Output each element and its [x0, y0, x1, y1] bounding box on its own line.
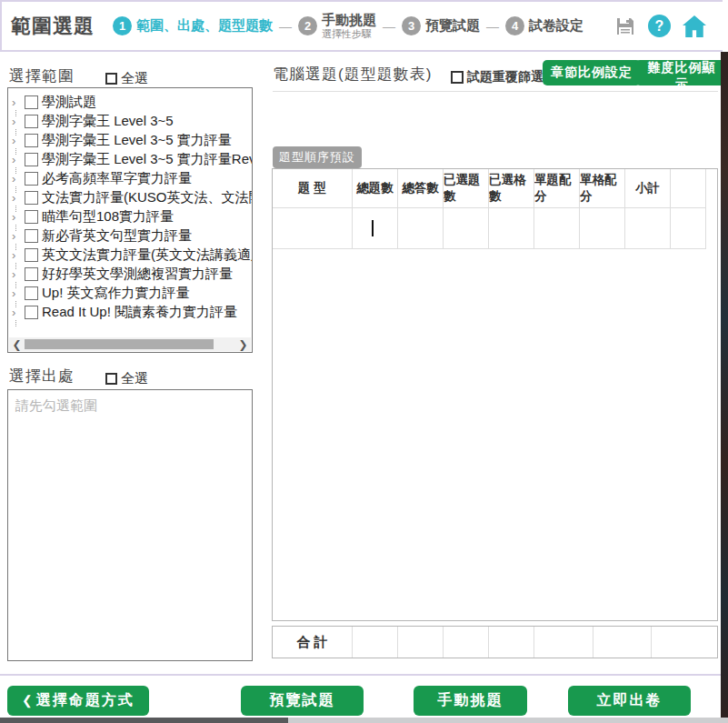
- chevron-right-icon[interactable]: ›: [12, 211, 23, 223]
- exam-builder-page: 範圍選題 1 範圍、出處、題型題數 — 2 手動挑題 選擇性步驟 — 3 預覽試…: [0, 0, 728, 723]
- chevron-right-icon[interactable]: ›: [12, 192, 23, 204]
- table-header-row: 題 型 總題數 總答數 已選題數 已選格數 單題配分 單格配分 小計: [273, 169, 706, 208]
- tree-checkbox[interactable]: [25, 191, 38, 205]
- tree-checkbox[interactable]: [25, 210, 38, 224]
- scroll-left-icon[interactable]: ❮: [9, 338, 25, 351]
- source-section-label: 選擇出處: [9, 366, 75, 387]
- step-4-paper-settings[interactable]: 4 試卷設定: [505, 16, 583, 35]
- range-select-all[interactable]: 全選: [105, 70, 148, 87]
- total-cell: [534, 627, 593, 658]
- question-order-badge[interactable]: 題型順序預設: [273, 146, 362, 168]
- tree-item[interactable]: ›文法實力評量(KUSO英文法、文法開麥拉: [12, 188, 252, 207]
- tree-item-label: 學測試題: [42, 94, 96, 111]
- tree-checkbox[interactable]: [25, 115, 38, 128]
- tree-item[interactable]: ›必考高頻率單字實力評量: [12, 169, 252, 188]
- selected-blanks-cell[interactable]: [489, 208, 534, 249]
- tree-item-label: 學測字彙王 Level 3~5 實力評量: [42, 132, 232, 149]
- tree-item[interactable]: ›學測字彙王 Level 3~5 實力評量Review: [12, 150, 252, 169]
- tree-checkbox[interactable]: [25, 134, 38, 147]
- step-2-label: 手動挑題: [322, 13, 376, 28]
- tree-item[interactable]: ›Read It Up! 閱讀素養力實力評量: [12, 303, 252, 322]
- total-cell: [398, 627, 444, 658]
- footer-bar: ❮選擇命題方式 預覽試題 手動挑題 立即出卷: [0, 674, 728, 718]
- source-list-box[interactable]: 請先勾選範圍: [7, 389, 253, 661]
- chevron-right-icon[interactable]: ›: [12, 306, 23, 318]
- preview-questions-button[interactable]: 預覽試題: [241, 686, 364, 716]
- total-cell: [593, 627, 652, 658]
- empty-cell[interactable]: [671, 208, 706, 249]
- points-per-blank-cell[interactable]: [580, 208, 625, 249]
- tree-item[interactable]: ›英文文法實力評量(英文文法講義適用): [12, 246, 252, 265]
- tree-item[interactable]: ›瞄準句型108實力評量: [12, 207, 252, 226]
- tree-checkbox[interactable]: [25, 172, 38, 186]
- top-header: 範圍選題 1 範圍、出處、題型題數 — 2 手動挑題 選擇性步驟 — 3 預覽試…: [0, 0, 723, 52]
- step-3-preview[interactable]: 3 預覽試題: [402, 16, 480, 35]
- chevron-right-icon[interactable]: ›: [12, 135, 23, 146]
- col-header-subtotal: 小計: [625, 169, 671, 208]
- total-label-cell: 合 計: [273, 627, 353, 658]
- source-select-all[interactable]: 全選: [105, 370, 148, 387]
- tree-checkbox[interactable]: [25, 95, 38, 109]
- source-select-all-checkbox[interactable]: [105, 373, 117, 385]
- tree-checkbox[interactable]: [25, 153, 38, 166]
- tree-item[interactable]: ›好好學英文學測總複習實力評量: [12, 265, 252, 284]
- tree-item[interactable]: ›學測字彙王 Level 3~5 實力評量: [12, 131, 252, 150]
- type-cell[interactable]: [273, 208, 353, 249]
- range-tree: ›學測試題 ›學測字彙王 Level 3~5 ›學測字彙王 Level 3~5 …: [8, 88, 252, 322]
- duplicate-filter[interactable]: 試題重覆篩選: [451, 69, 544, 85]
- section-divider: [273, 91, 718, 92]
- scrollbar-thumb[interactable]: [25, 339, 214, 349]
- step-3-label: 預覽試題: [425, 18, 480, 34]
- scroll-right-icon[interactable]: ❯: [235, 338, 251, 351]
- table-row: [273, 208, 706, 249]
- chapter-ratio-button[interactable]: 章節比例設定: [543, 60, 641, 85]
- chevron-right-icon[interactable]: ›: [12, 230, 23, 242]
- tree-checkbox[interactable]: [25, 229, 38, 243]
- chevron-right-icon[interactable]: ›: [12, 249, 23, 261]
- step-separator: —: [279, 19, 292, 34]
- chevron-right-icon[interactable]: ›: [12, 154, 23, 166]
- tree-item[interactable]: ›學測字彙王 Level 3~5: [12, 112, 252, 131]
- tree-item[interactable]: ›Up! 英文寫作力實力評量: [12, 284, 252, 303]
- subtotal-cell[interactable]: [625, 208, 671, 249]
- points-per-question-cell[interactable]: [534, 208, 580, 249]
- chevron-right-icon[interactable]: ›: [12, 268, 23, 280]
- chevron-right-icon[interactable]: ›: [12, 287, 23, 299]
- bottom-scrollbar[interactable]: [0, 718, 728, 723]
- chevron-right-icon[interactable]: ›: [12, 96, 23, 108]
- step-4-label: 試卷設定: [529, 18, 583, 34]
- col-header-selected-blanks: 已選格數: [489, 169, 534, 208]
- difficulty-ratio-button[interactable]: 難度比例顯示: [635, 60, 728, 85]
- tree-checkbox[interactable]: [25, 267, 38, 281]
- col-header-selected-questions: 已選題數: [444, 169, 489, 208]
- tree-checkbox[interactable]: [25, 306, 38, 319]
- bottom-scrollbar-thumb[interactable]: [0, 718, 288, 723]
- col-header-total-questions: 總題數: [353, 169, 398, 208]
- chevron-right-icon[interactable]: ›: [12, 115, 23, 127]
- total-questions-cell[interactable]: [353, 208, 398, 249]
- range-select-all-checkbox[interactable]: [105, 73, 117, 85]
- col-header-total-answers: 總答數: [398, 169, 444, 208]
- tree-checkbox[interactable]: [25, 248, 38, 262]
- tree-item-label: 必考高頻率單字實力評量: [42, 170, 192, 187]
- horizontal-scrollbar[interactable]: ❮ ❯: [9, 337, 251, 351]
- total-cell: [489, 627, 534, 658]
- tree-item[interactable]: ›學測試題: [12, 93, 252, 112]
- help-icon[interactable]: ?: [648, 15, 671, 37]
- export-paper-button[interactable]: 立即出卷: [568, 686, 691, 716]
- total-answers-cell[interactable]: [398, 208, 444, 249]
- tree-item[interactable]: ›新必背英文句型實力評量: [12, 226, 252, 246]
- tree-item-label: 瞄準句型108實力評量: [42, 208, 174, 226]
- chevron-right-icon[interactable]: ›: [12, 173, 23, 185]
- tree-checkbox[interactable]: [25, 286, 38, 300]
- selected-questions-cell[interactable]: [444, 208, 489, 249]
- save-icon[interactable]: [614, 15, 636, 37]
- manual-pick-button[interactable]: 手動挑題: [414, 686, 527, 716]
- home-icon[interactable]: [683, 15, 706, 37]
- duplicate-filter-checkbox[interactable]: [451, 71, 464, 84]
- step-2-manual-pick[interactable]: 2 手動挑題 選擇性步驟: [298, 13, 376, 39]
- back-to-method-button[interactable]: ❮選擇命題方式: [7, 686, 149, 716]
- col-header-points-per-blank: 單格配分: [580, 169, 625, 208]
- step-1-range[interactable]: 1 範圍、出處、題型題數: [113, 16, 273, 35]
- step-1-label: 範圍、出處、題型題數: [136, 18, 273, 34]
